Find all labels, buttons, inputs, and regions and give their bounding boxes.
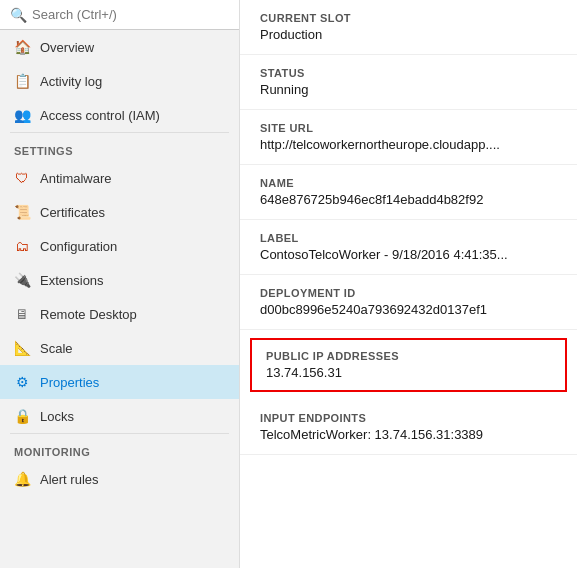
sidebar-item-remote-desktop[interactable]: 🖥 Remote Desktop (0, 297, 239, 331)
label-label: LABEL (260, 232, 557, 244)
sidebar-item-certificates[interactable]: 📜 Certificates (0, 195, 239, 229)
label-value: ContosoTelcoWorker - 9/18/2016 4:41:35..… (260, 247, 557, 262)
status-label: STATUS (260, 67, 557, 79)
input-endpoints-section: INPUT ENDPOINTS TelcoMetricWorker: 13.74… (240, 400, 577, 455)
monitoring-section-label: MONITORING (0, 434, 239, 462)
sidebar-item-extensions[interactable]: 🔌 Extensions (0, 263, 239, 297)
deployment-id-value: d00bc8996e5240a793692432d0137ef1 (260, 302, 557, 317)
public-ip-label: PUBLIC IP ADDRESSES (266, 350, 551, 362)
sidebar-item-alert-rules[interactable]: 🔔 Alert rules (0, 462, 239, 496)
sidebar-item-label: Properties (40, 375, 99, 390)
scale-icon: 📐 (14, 340, 30, 356)
sidebar-item-configuration[interactable]: 🗂 Configuration (0, 229, 239, 263)
sidebar-item-properties[interactable]: ⚙ Properties (0, 365, 239, 399)
sidebar-item-antimalware[interactable]: 🛡 Antimalware (0, 161, 239, 195)
sidebar-item-label: Remote Desktop (40, 307, 137, 322)
deployment-id-label: DEPLOYMENT ID (260, 287, 557, 299)
sidebar-item-scale[interactable]: 📐 Scale (0, 331, 239, 365)
properties-icon: ⚙ (14, 374, 30, 390)
current-slot-label: CURRENT SLOT (260, 12, 557, 24)
search-input[interactable] (32, 7, 229, 22)
sidebar-item-overview[interactable]: 🏠 Overview (0, 30, 239, 64)
sidebar-item-label: Certificates (40, 205, 105, 220)
overview-icon: 🏠 (14, 39, 30, 55)
name-section: NAME 648e876725b946ec8f14ebadd4b82f92 (240, 165, 577, 220)
antimalware-icon: 🛡 (14, 170, 30, 186)
sidebar-item-label: Extensions (40, 273, 104, 288)
current-slot-value: Production (260, 27, 557, 42)
sidebar-item-label: Activity log (40, 74, 102, 89)
sidebar-item-label: Antimalware (40, 171, 112, 186)
sidebar-item-label: Configuration (40, 239, 117, 254)
sidebar-item-label: Alert rules (40, 472, 99, 487)
sidebar-item-iam[interactable]: 👥 Access control (IAM) (0, 98, 239, 132)
sidebar-item-label: Scale (40, 341, 73, 356)
label-section: LABEL ContosoTelcoWorker - 9/18/2016 4:4… (240, 220, 577, 275)
site-url-label: SITE URL (260, 122, 557, 134)
sidebar-item-activity-log[interactable]: 📋 Activity log (0, 64, 239, 98)
search-icon: 🔍 (10, 7, 26, 23)
remote-desktop-icon: 🖥 (14, 306, 30, 322)
public-ip-value: 13.74.156.31 (266, 365, 551, 380)
deployment-id-section: DEPLOYMENT ID d00bc8996e5240a793692432d0… (240, 275, 577, 330)
extensions-icon: 🔌 (14, 272, 30, 288)
configuration-icon: 🗂 (14, 238, 30, 254)
search-box[interactable]: 🔍 (0, 0, 239, 30)
alert-rules-icon: 🔔 (14, 471, 30, 487)
spacer (240, 330, 577, 338)
input-endpoints-value: TelcoMetricWorker: 13.74.156.31:3389 (260, 427, 557, 442)
activity-log-icon: 📋 (14, 73, 30, 89)
certificates-icon: 📜 (14, 204, 30, 220)
sidebar-item-locks[interactable]: 🔒 Locks (0, 399, 239, 433)
sidebar-item-label: Locks (40, 409, 74, 424)
sidebar: 🔍 🏠 Overview 📋 Activity log 👥 Access con… (0, 0, 240, 568)
iam-icon: 👥 (14, 107, 30, 123)
spacer2 (240, 392, 577, 400)
current-slot-section: CURRENT SLOT Production (240, 0, 577, 55)
input-endpoints-label: INPUT ENDPOINTS (260, 412, 557, 424)
public-ip-section: PUBLIC IP ADDRESSES 13.74.156.31 (250, 338, 567, 392)
status-section: STATUS Running (240, 55, 577, 110)
site-url-value: http://telcoworkernortheurope.cloudapp..… (260, 137, 557, 152)
sidebar-item-label: Access control (IAM) (40, 108, 160, 123)
locks-icon: 🔒 (14, 408, 30, 424)
site-url-section: SITE URL http://telcoworkernortheurope.c… (240, 110, 577, 165)
main-content: CURRENT SLOT Production STATUS Running S… (240, 0, 577, 568)
status-value: Running (260, 82, 557, 97)
name-value: 648e876725b946ec8f14ebadd4b82f92 (260, 192, 557, 207)
settings-section-label: SETTINGS (0, 133, 239, 161)
name-label: NAME (260, 177, 557, 189)
sidebar-item-label: Overview (40, 40, 94, 55)
